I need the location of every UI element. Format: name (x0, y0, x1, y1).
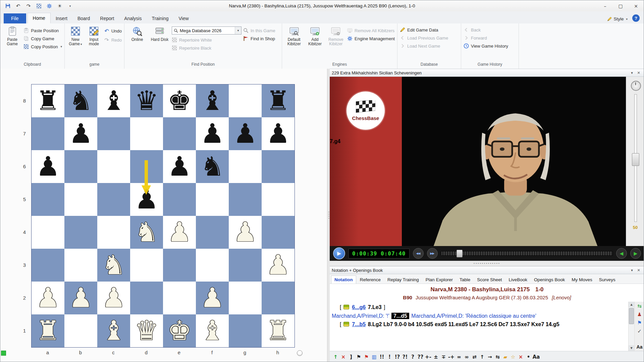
square-a8[interactable]: ♜ (32, 84, 64, 117)
square-a3[interactable] (32, 249, 64, 282)
square-h8[interactable]: ♜ (262, 84, 294, 117)
square-f4[interactable] (196, 216, 229, 249)
video-pane-header[interactable]: 229 Extra Mikhalchishin Sicilian Scheven… (330, 69, 644, 77)
remove-all-kibitzers-button[interactable]: Remove All Kibitzers (347, 28, 395, 33)
square-d3[interactable] (130, 249, 163, 282)
minimize-button[interactable]: – (597, 0, 613, 11)
square-e7[interactable] (163, 117, 196, 150)
hard-disk-button[interactable]: Hard Disk (149, 24, 170, 62)
tab-file[interactable]: File (4, 13, 26, 23)
tab-home[interactable]: Home (28, 13, 51, 23)
square-e4[interactable]: ♟ (163, 216, 196, 249)
find-in-shop-button[interactable]: Find in Shop (243, 36, 275, 41)
database-combobox[interactable]: Mega Database 2026 ▾ (172, 26, 241, 35)
square-b1[interactable] (64, 314, 97, 347)
tab-insert[interactable]: Insert (51, 13, 72, 23)
board-window-icon[interactable] (36, 3, 42, 9)
tab-training[interactable]: Training (147, 13, 173, 23)
square-b6[interactable] (64, 150, 97, 183)
square-e6[interactable]: ♟ (163, 150, 196, 183)
square-d1[interactable]: ♛ (130, 314, 163, 347)
square-h1[interactable]: ♜ (262, 314, 294, 347)
square-f3[interactable] (196, 249, 229, 282)
square-b3[interactable] (64, 249, 97, 282)
square-d8[interactable]: ♛ (130, 84, 163, 117)
square-f8[interactable]: ♝ (196, 84, 229, 117)
square-a7[interactable] (32, 117, 64, 150)
pane-collapse-icon[interactable]: ▾ (629, 71, 635, 75)
tab-report[interactable]: Report (95, 13, 119, 23)
square-c7[interactable] (97, 117, 130, 150)
input-mode-button[interactable]: Input mode (86, 24, 102, 62)
tab-analysis[interactable]: Analysis (119, 13, 147, 23)
copy-game-button[interactable]: Copy Game (23, 36, 62, 41)
square-e3[interactable] (163, 249, 196, 282)
square-c5[interactable] (97, 183, 130, 216)
square-a4[interactable] (32, 216, 64, 249)
square-c8[interactable]: ♝ (97, 84, 130, 117)
square-b5[interactable] (64, 183, 97, 216)
save-icon[interactable] (4, 3, 11, 9)
square-a5[interactable] (32, 183, 64, 216)
square-e1[interactable]: ♚ (163, 314, 196, 347)
style-button[interactable]: Style ▾ (604, 14, 631, 23)
remove-kibitzer-button[interactable]: Remove Kibitzer (326, 24, 345, 62)
repertoire-black-button[interactable]: Repertoire Black (172, 45, 241, 51)
paste-position-button[interactable]: Paste Position (23, 28, 62, 33)
undo-icon[interactable]: ↶ (15, 3, 21, 9)
redo-icon[interactable]: ↷ (25, 3, 32, 9)
load-next-game-button[interactable]: Load Next Game (400, 43, 448, 49)
tab-board[interactable]: Board (72, 13, 95, 23)
square-g3[interactable] (229, 249, 262, 282)
edit-game-data-button[interactable]: Edit Game Data (400, 27, 448, 33)
square-a2[interactable]: ♟ (32, 282, 64, 314)
view-game-history-button[interactable]: View Game History (464, 43, 508, 49)
undo-button[interactable]: ↶ Undo (104, 28, 122, 34)
add-kibitzer-button[interactable]: Add Kibitzer (305, 24, 324, 62)
square-f2[interactable]: ♟ (196, 282, 229, 314)
square-h3[interactable]: ♟ (262, 249, 294, 282)
notation-text[interactable]: 7.g4 (330, 302, 644, 351)
engine-management-button[interactable]: Engine Management (347, 36, 395, 41)
online-button[interactable]: Online (127, 24, 148, 62)
square-c2[interactable]: ♟ (97, 282, 130, 314)
square-g4[interactable]: ♟ (229, 216, 262, 249)
tab-view[interactable]: View (174, 13, 194, 23)
square-c3[interactable]: ♞ (97, 249, 130, 282)
square-b8[interactable]: ♞ (64, 84, 97, 117)
square-f1[interactable]: ♝ (196, 314, 229, 347)
load-previous-game-button[interactable]: Load Previous Game (400, 35, 448, 41)
gear-icon[interactable] (46, 3, 53, 9)
default-kibitzer-button[interactable]: Default Kibitzer (284, 24, 304, 62)
square-g7[interactable]: ♟ (229, 117, 262, 150)
square-h4[interactable] (262, 216, 294, 249)
square-c4[interactable] (97, 216, 130, 249)
square-g5[interactable] (229, 183, 262, 216)
new-game-button[interactable]: New Game▾ (67, 24, 84, 62)
paste-game-button[interactable]: Paste Game (3, 24, 22, 62)
back-button[interactable]: Back (464, 27, 508, 33)
square-g8[interactable] (229, 84, 262, 117)
audio-dial-icon[interactable] (631, 81, 641, 91)
square-f5[interactable] (196, 183, 229, 216)
help-icon[interactable]: ? (632, 14, 640, 22)
repertoire-white-button[interactable]: Repertoire White (172, 37, 241, 43)
square-h2[interactable] (262, 282, 294, 314)
combo-dropdown-icon[interactable]: ▾ (235, 27, 241, 34)
square-b7[interactable]: ♟ (64, 117, 97, 150)
brightness-icon[interactable]: ☀ (56, 3, 63, 9)
pane-close-icon[interactable]: ✕ (635, 71, 642, 75)
square-b4[interactable] (64, 216, 97, 249)
square-e5[interactable] (163, 183, 196, 216)
square-d4[interactable]: ♞ (130, 216, 163, 249)
square-f6[interactable]: ♞ (196, 150, 229, 183)
square-g1[interactable] (229, 314, 262, 347)
copy-position-button[interactable]: Copy Position▾ (23, 44, 62, 49)
maximize-button[interactable]: ▢ (613, 0, 628, 11)
square-h6[interactable] (262, 150, 294, 183)
square-c6[interactable] (97, 150, 130, 183)
square-a6[interactable]: ♟ (32, 150, 64, 183)
square-f7[interactable]: ♟ (196, 117, 229, 150)
square-d5[interactable]: ♟ (130, 183, 163, 216)
square-a1[interactable]: ♜ (32, 314, 64, 347)
